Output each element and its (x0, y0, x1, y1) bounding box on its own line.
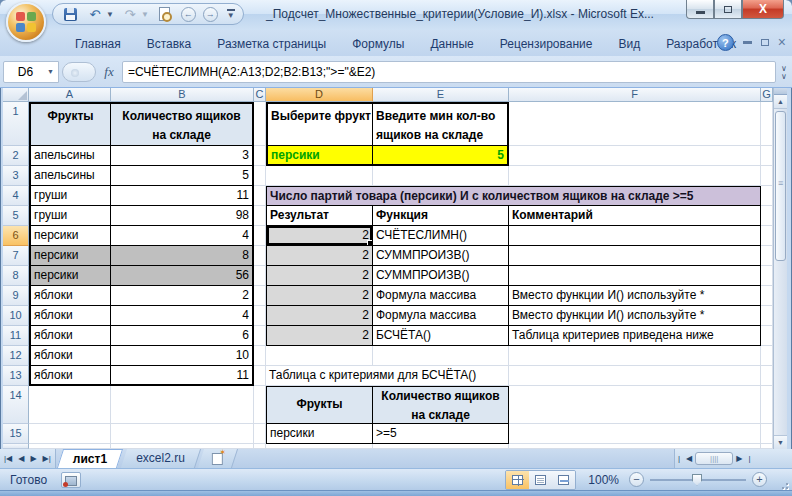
cell[interactable] (509, 102, 761, 146)
cell[interactable] (254, 326, 266, 346)
split-handle[interactable]: | (745, 454, 753, 463)
next-sheet-button[interactable]: ▶ (30, 454, 36, 463)
cell-a3[interactable]: апельсины (29, 166, 111, 186)
normal-view-button[interactable] (506, 471, 529, 489)
cell[interactable] (761, 102, 773, 146)
row-number[interactable]: 9 (3, 286, 29, 306)
cell-e7[interactable]: СУММПРОИЗВ() (373, 246, 509, 266)
tab-insert[interactable]: Вставка (134, 34, 205, 56)
cell-a4[interactable]: груши (29, 186, 111, 206)
cell[interactable] (254, 246, 266, 266)
cell[interactable] (761, 306, 773, 326)
redo-button[interactable]: ↷ (121, 5, 139, 23)
zoom-level[interactable]: 100% (588, 473, 619, 487)
row-number[interactable]: 2 (3, 146, 29, 166)
cell-a13[interactable]: яблоки (29, 366, 111, 386)
workbook-restore-button[interactable] (761, 39, 769, 46)
cell-d10[interactable]: 2 (266, 306, 373, 326)
scroll-left-button[interactable]: ◀ (683, 454, 695, 463)
cell[interactable] (254, 206, 266, 226)
tab-formulas[interactable]: Формулы (339, 34, 417, 56)
column-header-d-selected[interactable]: D (266, 88, 373, 102)
page-break-view-button[interactable] (552, 471, 575, 489)
cell-e8[interactable]: СУММПРОИЗВ() (373, 266, 509, 286)
vertical-scrollbar[interactable]: ▲ ▼ (773, 88, 787, 449)
min-count-cell-e2[interactable]: 5 (373, 146, 509, 166)
cell[interactable] (761, 206, 773, 226)
cell[interactable] (254, 424, 266, 444)
restore-button[interactable] (714, 0, 742, 19)
cell[interactable] (509, 366, 761, 386)
first-sheet-button[interactable]: |◀ (4, 454, 12, 463)
cell-d9[interactable]: 2 (266, 286, 373, 306)
sheet-tab-list1[interactable]: лист1 (57, 449, 123, 468)
workbook-close-button[interactable]: × (778, 37, 786, 49)
cell-f7[interactable] (509, 246, 761, 266)
record-macro-button[interactable] (61, 472, 81, 488)
cell[interactable] (254, 146, 266, 166)
cell[interactable] (761, 166, 773, 186)
cell-a7[interactable]: персики (29, 246, 111, 266)
cell[interactable] (254, 286, 266, 306)
cell[interactable] (254, 166, 266, 186)
tab-review[interactable]: Рецензирование (487, 34, 606, 56)
undo-button[interactable]: ↶ (86, 5, 104, 23)
back-button[interactable]: ← (181, 7, 196, 22)
cell[interactable] (509, 166, 761, 186)
tab-view[interactable]: Вид (605, 34, 653, 56)
cell[interactable] (254, 102, 266, 146)
cell-b7[interactable]: 8 (111, 246, 254, 266)
fill-handle[interactable] (367, 240, 372, 245)
cell[interactable] (761, 286, 773, 306)
cell-a6[interactable]: персики (29, 226, 111, 246)
zoom-out-button[interactable]: − (629, 472, 644, 487)
cell-d1[interactable]: Выберите фрукт (266, 102, 373, 146)
cell-b6[interactable]: 4 (111, 226, 254, 246)
banner-cell-d4[interactable]: Число партий товара (персики) И с количе… (266, 186, 761, 206)
insert-worksheet-button[interactable] (198, 449, 238, 468)
resize-grip[interactable] (777, 478, 789, 490)
cell-e15[interactable]: >=5 (373, 424, 509, 444)
row-number[interactable]: 15 (3, 424, 29, 444)
cell[interactable] (761, 366, 773, 386)
minimize-button[interactable] (686, 0, 714, 19)
column-header-g[interactable]: G (761, 88, 773, 102)
row-number[interactable]: 4 (3, 186, 29, 206)
name-box[interactable]: D6 ▼ (3, 61, 59, 83)
workbook-minimize-button[interactable] (743, 41, 752, 44)
cell-a9[interactable]: яблоки (29, 286, 111, 306)
cell[interactable] (254, 266, 266, 286)
name-box-dropdown-icon[interactable]: ▼ (47, 68, 58, 75)
cell[interactable] (509, 424, 761, 444)
horizontal-scrollbar[interactable]: | ◀ |||| ▶ | (674, 449, 792, 468)
row-number[interactable]: 5 (3, 206, 29, 226)
cell-d5[interactable]: Результат (266, 206, 373, 226)
cell[interactable] (509, 146, 761, 166)
cell[interactable] (761, 386, 773, 424)
insert-function-button[interactable]: fx (96, 61, 122, 83)
column-header-c[interactable]: C (254, 88, 266, 102)
cell-b5[interactable]: 98 (111, 206, 254, 226)
cell-d7[interactable]: 2 (266, 246, 373, 266)
cell[interactable] (761, 186, 773, 206)
zoom-slider-thumb[interactable] (692, 474, 702, 486)
cell-a8[interactable]: персики (29, 266, 111, 286)
print-preview-button[interactable] (156, 5, 174, 23)
cell-b2[interactable]: 3 (111, 146, 254, 166)
cell[interactable] (254, 306, 266, 326)
cell-f6[interactable] (509, 226, 761, 246)
row-number[interactable]: 12 (3, 346, 29, 366)
row-number-active[interactable]: 6 (3, 226, 29, 246)
tab-page-layout[interactable]: Разметка страницы (204, 34, 339, 56)
cell[interactable] (509, 386, 761, 424)
previous-sheet-button[interactable]: ◀ (18, 454, 24, 463)
row-number[interactable]: 7 (3, 246, 29, 266)
row-number[interactable]: 3 (3, 166, 29, 186)
split-handle[interactable] (774, 88, 787, 95)
cell[interactable] (761, 246, 773, 266)
cell-b1[interactable]: Количество ящиков на складе (111, 102, 254, 146)
cell[interactable] (761, 326, 773, 346)
scroll-up-button[interactable]: ▲ (774, 95, 787, 109)
office-button[interactable] (6, 2, 46, 42)
row-number[interactable]: 13 (3, 366, 29, 386)
